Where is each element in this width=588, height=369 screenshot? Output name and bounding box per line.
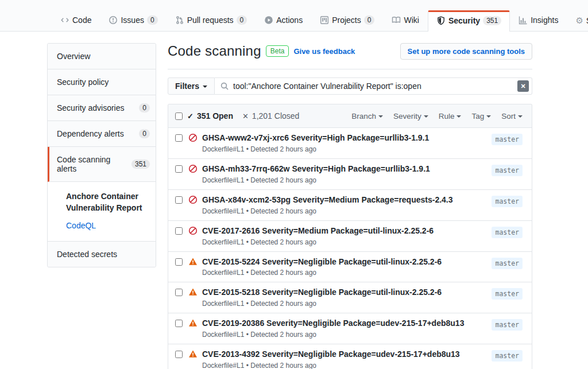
tab-code[interactable]: Code <box>52 10 100 31</box>
row-checkbox[interactable] <box>175 134 183 142</box>
check-icon: ✓ <box>187 112 194 120</box>
search-field-wrap: ✕ <box>215 77 532 95</box>
sort-dropdown[interactable]: Sort <box>501 112 523 121</box>
tab-insights[interactable]: Insights <box>510 10 567 31</box>
row-checkbox[interactable] <box>175 320 183 327</box>
x-icon: ✕ <box>242 112 249 120</box>
rule-dropdown[interactable]: Rule <box>439 112 462 121</box>
alert-title[interactable]: GHSA-mh33-7rrq-662w Severity=High Packag… <box>202 164 485 174</box>
warning-icon <box>188 257 198 266</box>
sidebar-item-code-scanning-alerts[interactable]: Code scanning alerts 351 <box>48 147 156 182</box>
tab-actions[interactable]: Actions <box>256 10 311 31</box>
feedback-link[interactable]: Give us feedback <box>293 47 355 56</box>
tab-projects[interactable]: Projects 0 <box>311 10 383 31</box>
tag-dropdown[interactable]: Tag <box>471 112 491 121</box>
project-board-icon <box>320 15 329 25</box>
alert-title[interactable]: CVE-2015-5224 Severity=Negligible Packag… <box>202 257 485 267</box>
search-icon <box>220 81 229 91</box>
warning-icon <box>188 349 198 359</box>
header-divider <box>168 69 532 69</box>
alert-row[interactable]: GHSA-www2-v7xj-xrc6 Severity=High Packag… <box>168 128 532 159</box>
graph-icon <box>519 15 528 25</box>
alert-meta: Dockerfile#L1 • Detected 2 hours ago <box>202 269 485 277</box>
closed-alerts-filter[interactable]: ✕ 1,201 Closed <box>242 111 299 121</box>
sidebar-item-overview[interactable]: Overview <box>48 44 156 69</box>
chevron-down-icon <box>424 115 428 118</box>
tab-issues[interactable]: Issues 0 <box>100 10 166 31</box>
gear-icon: ⚙ <box>575 16 583 25</box>
setup-tools-button[interactable]: Set up more code scanning tools <box>400 43 532 60</box>
branch-badge[interactable]: master <box>492 258 523 269</box>
row-checkbox[interactable] <box>175 196 183 204</box>
branch-badge[interactable]: master <box>492 134 523 145</box>
branch-badge[interactable]: master <box>492 196 523 207</box>
warning-icon <box>188 318 198 328</box>
alert-meta: Dockerfile#L1 • Detected 2 hours ago <box>202 145 485 153</box>
security-count: 351 <box>483 16 501 25</box>
sidebar-item-security-policy[interactable]: Security policy <box>48 69 156 95</box>
sidebar-item-dependency-alerts[interactable]: Dependency alerts 0 <box>48 121 156 147</box>
alert-meta: Dockerfile#L1 • Detected 2 hours ago <box>202 207 485 215</box>
branch-dropdown[interactable]: Branch <box>351 112 383 121</box>
sidebar-item-detected-secrets[interactable]: Detected secrets <box>48 242 156 267</box>
alert-title[interactable]: CVE-2017-2616 Severity=Medium Package=ut… <box>202 226 485 236</box>
alert-row[interactable]: CVE-2019-20386 Severity=Negligible Packa… <box>168 313 532 344</box>
open-alerts-filter[interactable]: ✓ 351 Open <box>187 111 233 121</box>
projects-count: 0 <box>364 15 375 25</box>
alert-title[interactable]: CVE-2015-5218 Severity=Negligible Packag… <box>202 287 485 298</box>
row-checkbox[interactable] <box>175 258 183 266</box>
alert-meta: Dockerfile#L1 • Detected 2 hours ago <box>202 176 485 184</box>
tab-wiki[interactable]: Wiki <box>383 10 427 31</box>
tool-codeql[interactable]: CodeQL <box>66 220 150 232</box>
branch-badge[interactable]: master <box>492 227 523 238</box>
branch-badge[interactable]: master <box>492 350 523 362</box>
filter-dropdowns: Branch Severity Rule Tag Sort <box>351 112 523 121</box>
circle-slash-icon <box>188 195 198 204</box>
alert-row[interactable]: CVE-2015-5224 Severity=Negligible Packag… <box>168 252 532 283</box>
chevron-down-icon <box>518 115 523 118</box>
sidebar-item-security-advisories[interactable]: Security advisories 0 <box>48 95 156 121</box>
alert-row[interactable]: GHSA-x84v-xcm2-53pg Severity=Medium Pack… <box>168 190 532 221</box>
chevron-down-icon <box>486 115 491 118</box>
alert-title[interactable]: CVE-2019-20386 Severity=Negligible Packa… <box>202 318 485 329</box>
alert-meta: Dockerfile#L1 • Detected 2 hours ago <box>202 238 485 246</box>
filters-dropdown-button[interactable]: Filters <box>168 77 215 95</box>
row-checkbox[interactable] <box>175 289 183 296</box>
alert-row[interactable]: CVE-2015-5218 Severity=Negligible Packag… <box>168 282 532 313</box>
alert-meta: Dockerfile#L1 • Detected 2 hours ago <box>202 300 485 308</box>
alert-meta: Dockerfile#L1 • Detected 2 hours ago <box>202 362 485 369</box>
tool-anchore[interactable]: Anchore Container Vulnerability Report <box>66 191 150 213</box>
warning-icon <box>188 288 198 297</box>
select-all-checkbox[interactable] <box>175 112 183 120</box>
row-checkbox[interactable] <box>175 227 183 235</box>
alerts-toolbar: ✓ 351 Open ✕ 1,201 Closed Branch Severit… <box>168 104 532 128</box>
circle-slash-icon <box>188 133 198 142</box>
alert-title[interactable]: GHSA-www2-v7xj-xrc6 Severity=High Packag… <box>202 133 485 143</box>
alert-title[interactable]: GHSA-x84v-xcm2-53pg Severity=Medium Pack… <box>202 195 485 205</box>
tab-pull-requests[interactable]: Pull requests 0 <box>167 10 256 31</box>
play-circle-icon <box>264 15 273 25</box>
branch-badge[interactable]: master <box>492 288 523 300</box>
tab-security[interactable]: Security 351 <box>428 10 510 32</box>
row-checkbox[interactable] <box>175 165 183 173</box>
tab-settings[interactable]: ⚙ Settings <box>567 10 588 31</box>
chevron-down-icon <box>378 115 383 118</box>
chevron-down-icon <box>203 86 207 88</box>
alert-title[interactable]: CVE-2013-4392 Severity=Negligible Packag… <box>202 349 485 360</box>
branch-badge[interactable]: master <box>492 165 523 176</box>
code-scanning-main: Code scanning Beta Give us feedback Set … <box>168 43 532 369</box>
severity-dropdown[interactable]: Severity <box>393 112 428 121</box>
code-icon <box>60 15 69 25</box>
security-sidebar: Overview Security policy Security adviso… <box>47 43 156 267</box>
alert-row[interactable]: CVE-2013-4392 Severity=Negligible Packag… <box>168 344 532 369</box>
search-input[interactable] <box>215 77 532 95</box>
row-checkbox[interactable] <box>175 351 183 358</box>
branch-badge[interactable]: master <box>492 319 523 331</box>
alert-rows-list: GHSA-www2-v7xj-xrc6 Severity=High Packag… <box>168 128 532 369</box>
alert-row[interactable]: CVE-2017-2616 Severity=Medium Package=ut… <box>168 221 532 252</box>
clear-search-button[interactable]: ✕ <box>517 80 529 92</box>
pull-request-icon <box>175 15 184 25</box>
code-scanning-count: 351 <box>131 160 150 169</box>
shield-icon <box>436 16 446 25</box>
alert-row[interactable]: GHSA-mh33-7rrq-662w Severity=High Packag… <box>168 159 532 190</box>
